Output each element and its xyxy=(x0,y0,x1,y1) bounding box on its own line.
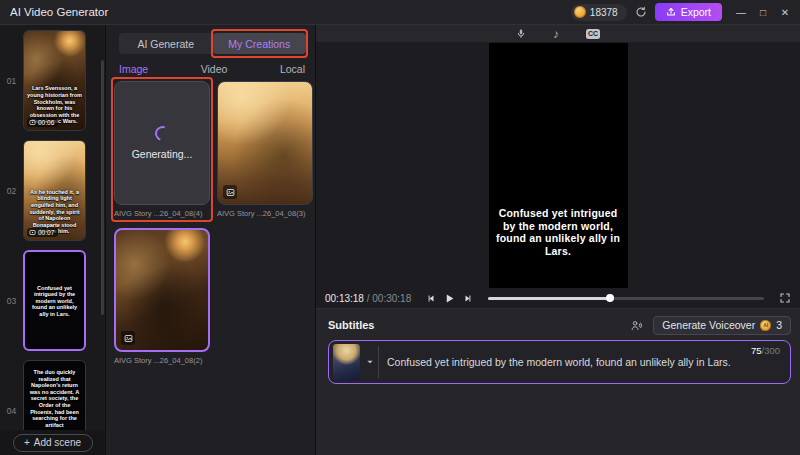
scene-duration-badge: 00:07 xyxy=(27,228,58,237)
playback-controls: 00:13:18 / 00:30:18 xyxy=(316,288,800,308)
next-frame-button[interactable] xyxy=(464,294,473,303)
current-time: 00:13:18 xyxy=(325,293,364,304)
scene-number: 01 xyxy=(0,76,23,86)
fullscreen-button[interactable] xyxy=(779,292,791,304)
music-track-button[interactable]: ♪ xyxy=(553,28,559,40)
voice-dropdown-button[interactable] xyxy=(366,358,374,366)
tab-label: My Creations xyxy=(228,38,290,50)
subtab-video[interactable]: Video xyxy=(201,63,228,75)
scene-thumbnail-2[interactable]: As he touched it, a blinding light engul… xyxy=(23,140,86,241)
speaker-voice-icon xyxy=(630,319,644,332)
transport-buttons xyxy=(426,293,473,304)
microphone-icon xyxy=(516,28,526,39)
generating-label: Generating... xyxy=(132,148,193,160)
preview-stage: ♪ CC Confused yet intrigued by the moder… xyxy=(315,25,800,455)
scene-caption: Confused yet intrigued by the modern wor… xyxy=(28,284,81,317)
export-upload-icon xyxy=(666,7,676,17)
maximize-icon: □ xyxy=(760,7,766,18)
creation-image-2-selected[interactable] xyxy=(114,228,210,352)
creation-card-generating: Generating... AIVG Story ...26_04_08(4) xyxy=(114,81,210,218)
total-time: 00:30:18 xyxy=(372,293,411,304)
add-scene-button[interactable]: + Add scene xyxy=(13,434,93,452)
export-button[interactable]: Export xyxy=(655,3,722,21)
image-type-icon xyxy=(121,331,135,345)
subtitle-row[interactable]: Confused yet intrigued by the modern wor… xyxy=(328,340,791,384)
scene-row-4: 04 The duo quickly realized that Napoleo… xyxy=(0,360,105,430)
credits-balance[interactable]: 18378 xyxy=(571,4,627,21)
maximize-button[interactable]: □ xyxy=(752,0,774,24)
time-separator: / xyxy=(367,293,370,304)
ai-coin-icon: AI xyxy=(760,320,771,331)
plus-icon: + xyxy=(24,437,30,448)
scene-thumbnail-3-selected[interactable]: Confused yet intrigued by the modern wor… xyxy=(23,250,86,351)
play-button[interactable] xyxy=(444,293,455,304)
captions-track-button[interactable]: CC xyxy=(586,29,600,39)
voice-settings-button[interactable] xyxy=(630,319,644,332)
tab-ai-generate[interactable]: AI Generate xyxy=(119,33,213,54)
minimize-icon: — xyxy=(736,7,746,18)
scene-duration: 00:06 xyxy=(38,119,54,126)
coin-icon xyxy=(574,6,586,18)
creation-image-3[interactable] xyxy=(217,81,313,205)
library-tabs: AI Generate My Creations xyxy=(119,33,306,54)
title-bar: AI Video Generator 18378 Export — □ ✕ xyxy=(0,0,800,25)
subtitles-title: Subtitles xyxy=(328,319,374,331)
character-limit: /300 xyxy=(762,345,781,356)
add-scene-label: Add scene xyxy=(34,437,81,448)
add-scene-bar: + Add scene xyxy=(0,430,105,455)
title-bar-actions: 18378 Export — □ ✕ xyxy=(571,0,796,24)
creation-card-label: AIVG Story ...26_04_08(4) xyxy=(114,209,210,218)
character-counter: 75/300 xyxy=(751,345,780,356)
voiceover-track-button[interactable] xyxy=(516,28,526,39)
scene-thumbnail-1[interactable]: Lars Svensson, a young historian from St… xyxy=(23,30,86,131)
image-type-icon xyxy=(223,185,237,199)
scene-number: 02 xyxy=(0,186,23,196)
scene-number: 03 xyxy=(0,296,23,306)
scene-duration: 00:07 xyxy=(38,229,54,236)
export-label: Export xyxy=(681,6,711,18)
character-count: 75 xyxy=(751,345,762,356)
minimize-button[interactable]: — xyxy=(730,0,752,24)
divider xyxy=(378,346,379,378)
main-layout: 01 Lars Svensson, a young historian from… xyxy=(0,25,800,455)
video-canvas[interactable]: Confused yet intrigued by the modern wor… xyxy=(489,43,628,288)
subtab-image[interactable]: Image xyxy=(119,63,148,75)
subtab-local[interactable]: Local xyxy=(280,63,305,75)
creation-card-label: AIVG Story ...26_04_08(3) xyxy=(217,209,313,218)
scene-sidebar: 01 Lars Svensson, a young historian from… xyxy=(0,25,105,455)
previous-frame-button[interactable] xyxy=(426,294,435,303)
generate-voiceover-button[interactable]: Generate Voiceover AI 3 xyxy=(653,316,791,335)
scene-row-3: 03 Confused yet intrigued by the modern … xyxy=(0,250,105,351)
creation-card-2: AIVG Story ...26_04_08(2) xyxy=(114,228,210,365)
voiceover-cost: 3 xyxy=(776,319,782,331)
fullscreen-icon xyxy=(779,292,791,304)
preview-area: Confused yet intrigued by the modern wor… xyxy=(316,42,800,288)
close-button[interactable]: ✕ xyxy=(774,0,796,24)
subtitles-header-actions: Generate Voiceover AI 3 xyxy=(630,316,791,335)
seek-bar-fill xyxy=(488,297,609,300)
creation-card-3: AIVG Story ...26_04_08(3) xyxy=(217,81,313,218)
video-clip-icon xyxy=(29,229,36,236)
chevron-down-icon xyxy=(366,358,374,366)
voice-avatar[interactable] xyxy=(333,344,360,380)
refresh-icon xyxy=(635,6,647,18)
creation-card-label: AIVG Story ...26_04_08(2) xyxy=(114,356,210,365)
closed-captions-icon: CC xyxy=(586,29,600,39)
track-toolbar: ♪ CC xyxy=(316,25,800,42)
window-controls: — □ ✕ xyxy=(730,0,796,24)
generating-card[interactable]: Generating... xyxy=(114,81,210,205)
close-icon: ✕ xyxy=(781,7,789,18)
subtitles-header: Subtitles Generate Voiceover AI 3 xyxy=(328,315,791,335)
scene-duration-badge: 00:06 xyxy=(27,118,58,127)
scene-list-scrollbar[interactable] xyxy=(101,60,104,315)
tab-my-creations[interactable]: My Creations xyxy=(213,33,307,54)
video-clip-icon xyxy=(29,119,36,126)
subtitle-text-input[interactable]: Confused yet intrigued by the modern wor… xyxy=(387,356,731,368)
scene-thumbnail-4[interactable]: The duo quickly realized that Napoleon's… xyxy=(23,360,86,430)
refresh-credits-button[interactable] xyxy=(635,6,647,18)
library-panel: AI Generate My Creations Image Video Loc… xyxy=(105,25,315,455)
video-caption-text: Confused yet intrigued by the modern wor… xyxy=(495,207,622,258)
seek-bar[interactable] xyxy=(488,297,764,300)
scene-caption: The duo quickly realized that Napoleon's… xyxy=(27,369,82,428)
seek-handle[interactable] xyxy=(606,294,614,302)
